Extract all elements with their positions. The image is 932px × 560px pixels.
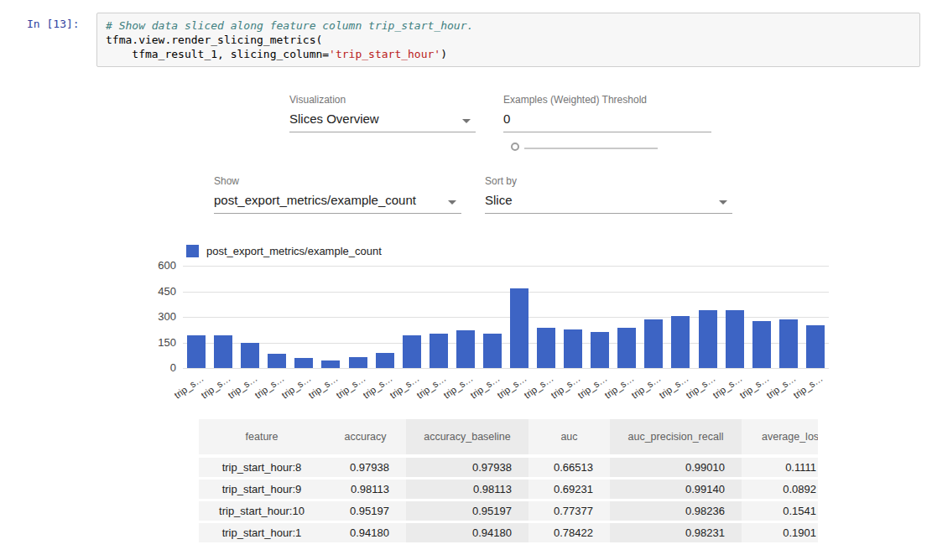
bar	[671, 316, 690, 368]
bar	[268, 354, 286, 368]
visualization-label: Visualization	[289, 94, 476, 106]
bar-slot	[344, 357, 371, 368]
bar	[644, 319, 663, 368]
metric-cell: 0.95197	[406, 501, 528, 523]
bar-slot	[775, 319, 802, 368]
feature-cell: trip_start_hour:1	[199, 523, 325, 545]
sort-by-label: Sort by	[485, 175, 732, 187]
bar	[321, 360, 340, 368]
y-axis-tick-label: 300	[139, 310, 176, 323]
table-header-row: featureaccuracyaccuracy_baselineaucauc_p…	[199, 419, 818, 458]
show-metric-dropdown[interactable]: Show post_export_metrics/example_count	[214, 175, 461, 214]
metric-cell: 0.1901	[742, 523, 818, 545]
column-header-accuracy_baseline[interactable]: accuracy_baseline	[406, 419, 528, 458]
show-label: Show	[214, 175, 461, 187]
table-row[interactable]: trip_start_hour:100.951970.951970.773770…	[199, 501, 818, 523]
gridline	[183, 368, 829, 369]
bar-slot	[479, 334, 506, 368]
y-axis: 6004503001500	[139, 266, 176, 368]
sort-by-dropdown[interactable]: Sort by Slice	[485, 175, 732, 214]
bar	[376, 353, 394, 368]
metric-cell: 0.66513	[528, 458, 610, 480]
bar-slot	[398, 335, 425, 368]
column-header-auc[interactable]: auc	[528, 419, 610, 458]
metric-cell: 0.99010	[610, 458, 742, 480]
code-line-call: tfma.view.render_slicing_metrics(	[106, 33, 911, 47]
metric-cell: 0.94180	[325, 523, 406, 545]
bar	[349, 357, 367, 368]
bar	[617, 328, 636, 368]
legend-label: post_export_metrics/example_count	[206, 245, 382, 257]
bar-slot	[613, 328, 640, 368]
bar-slot	[425, 334, 452, 368]
bar	[241, 343, 259, 368]
metric-cell: 0.69231	[528, 480, 610, 501]
bar-slot	[748, 321, 775, 368]
bar-slot	[372, 353, 398, 368]
plot-area	[183, 266, 829, 368]
bar-slot	[667, 316, 694, 368]
legend-swatch	[186, 245, 199, 257]
bar	[752, 321, 771, 368]
bar	[591, 332, 609, 368]
bar-slot	[317, 360, 344, 368]
bar	[537, 328, 555, 368]
threshold-value: 0	[503, 111, 711, 132]
table-body: trip_start_hour:80.979380.979380.665130.…	[199, 458, 818, 545]
metric-cell: 0.98113	[406, 480, 528, 501]
bar	[214, 335, 232, 368]
bar	[187, 335, 206, 368]
bar-slot	[586, 332, 613, 368]
threshold-slider[interactable]	[510, 142, 661, 155]
visualization-dropdown[interactable]: Visualization Slices Overview	[289, 94, 476, 132]
chevron-down-icon	[719, 200, 727, 205]
y-axis-tick-label: 600	[139, 259, 176, 272]
bar	[483, 334, 502, 368]
chevron-down-icon	[462, 119, 471, 123]
bar-slot	[640, 319, 667, 368]
code-editor[interactable]: # Show data sliced along feature column …	[96, 13, 920, 67]
bar-slot	[452, 330, 479, 368]
slider-thumb[interactable]	[511, 143, 519, 151]
bar-slot	[210, 335, 237, 368]
table-row[interactable]: trip_start_hour:80.979380.979380.665130.…	[199, 458, 818, 480]
bar	[779, 319, 798, 368]
chevron-down-icon	[448, 200, 456, 205]
column-header-auc_precision_recall[interactable]: auc_precision_recall	[610, 419, 742, 458]
bar-slot	[506, 288, 533, 368]
chart-legend: post_export_metrics/example_count	[186, 245, 382, 257]
bars	[183, 266, 829, 368]
metric-cell: 0.0892	[742, 480, 818, 501]
metric-cell: 0.99140	[610, 480, 742, 501]
slider-track[interactable]	[524, 148, 658, 149]
threshold-input[interactable]: Examples (Weighted) Threshold 0	[503, 94, 711, 132]
metric-cell: 0.94180	[406, 523, 528, 545]
bar	[726, 310, 744, 368]
bar-slot	[721, 310, 748, 368]
table-row[interactable]: trip_start_hour:10.941800.941800.784220.…	[199, 523, 818, 545]
column-header-accuracy[interactable]: accuracy	[325, 419, 406, 458]
metric-cell: 0.98231	[610, 523, 742, 545]
metric-cell: 0.98236	[610, 501, 742, 523]
column-header-average_loss[interactable]: average_loss	[742, 419, 818, 458]
cell-input-prompt: In [13]:	[27, 18, 92, 30]
feature-cell: trip_start_hour:10	[199, 501, 325, 523]
bar	[294, 358, 313, 368]
show-value: post_export_metrics/example_count	[214, 193, 461, 214]
table-row[interactable]: trip_start_hour:90.981130.981130.692310.…	[199, 480, 818, 501]
code-line-comment: # Show data sliced along feature column …	[106, 18, 911, 33]
metrics-table-container: featureaccuracyaccuracy_baselineaucauc_p…	[199, 419, 818, 545]
bar	[430, 334, 448, 368]
bar	[699, 310, 717, 368]
threshold-label: Examples (Weighted) Threshold	[503, 94, 711, 106]
column-header-feature[interactable]: feature	[199, 419, 325, 458]
metric-cell: 0.95197	[325, 501, 406, 523]
metric-cell: 0.98113	[325, 480, 406, 501]
metric-cell: 0.97938	[406, 458, 528, 480]
bar-slot	[533, 328, 560, 368]
bar	[510, 288, 528, 368]
bar	[564, 329, 582, 368]
bar-slot	[694, 310, 721, 368]
bar-slot	[183, 335, 210, 368]
y-axis-tick-label: 450	[139, 285, 176, 298]
